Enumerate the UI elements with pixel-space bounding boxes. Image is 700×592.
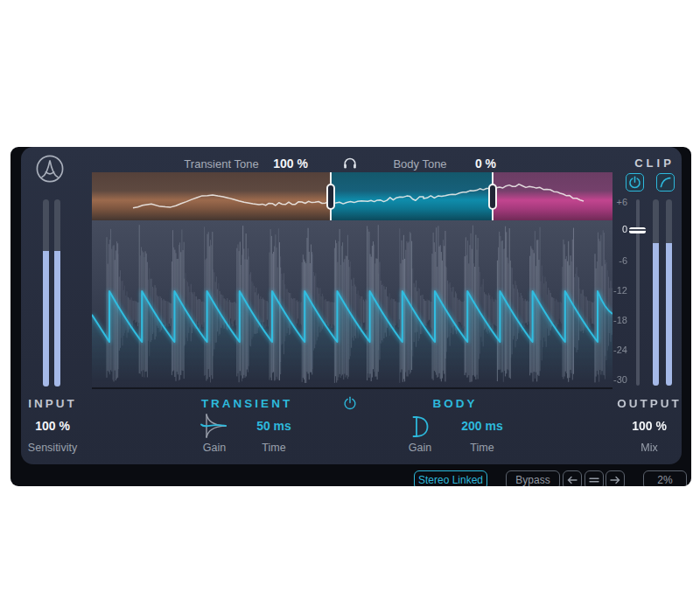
waveform-baseline [92, 387, 612, 389]
page: Transient Tone 100 % Body Tone 0 % CLIP [0, 0, 700, 592]
scale-tick: -18 [582, 315, 627, 325]
transient-tone-zone[interactable] [92, 172, 331, 220]
zoom-level-button[interactable]: 2% [643, 470, 687, 486]
input-meter-right [54, 199, 60, 387]
transient-time-value[interactable]: 50 ms [230, 419, 318, 433]
body-tail-split-handle[interactable] [488, 184, 497, 210]
transient-tone-value[interactable]: 100 % [247, 157, 334, 171]
scale-tick: 0 [582, 224, 627, 234]
output-gain-fader-handle[interactable] [629, 227, 646, 233]
tone-strip [92, 172, 612, 220]
transient-gain-knob-icon[interactable] [200, 413, 228, 439]
output-meter-right [666, 199, 672, 386]
clip-curve-button[interactable] [656, 173, 675, 192]
input-section-title: INPUT [21, 397, 84, 410]
scale-tick: -12 [582, 285, 627, 296]
output-section-title: OUTPUT [597, 397, 691, 410]
transient-power-button[interactable] [343, 396, 357, 410]
mix-label: Mix [597, 442, 691, 454]
body-time-value[interactable]: 200 ms [438, 419, 526, 433]
clip-section-label: CLIP [602, 157, 691, 170]
input-meter-left [43, 199, 49, 387]
body-tone-value[interactable]: 0 % [442, 157, 529, 171]
scale-tick: -30 [582, 374, 627, 385]
transient-section-title: TRANSIENT [159, 397, 334, 410]
redo-button[interactable] [606, 470, 625, 486]
arturia-logo-icon[interactable] [35, 154, 65, 184]
transient-time-label: Time [230, 442, 318, 454]
body-section-title: BODY [368, 397, 542, 410]
scale-tick: -6 [582, 255, 627, 266]
stereo-linked-button[interactable]: Stereo Linked [414, 470, 487, 486]
plugin-panel: Transient Tone 100 % Body Tone 0 % CLIP [21, 147, 682, 464]
bypass-button[interactable]: Bypass [506, 470, 560, 486]
output-meter-left [653, 199, 659, 386]
waveform-display [92, 220, 612, 387]
scale-tick: -24 [582, 345, 627, 355]
transient-body-split-handle[interactable] [326, 184, 335, 210]
body-tone-zone[interactable] [331, 172, 493, 220]
scale-tick: +6 [582, 197, 627, 207]
undo-button[interactable] [563, 470, 582, 486]
clip-power-button[interactable] [626, 173, 644, 192]
body-gain-knob-icon[interactable] [410, 414, 430, 439]
mix-value[interactable]: 100 % [597, 419, 691, 433]
plugin-window: Transient Tone 100 % Body Tone 0 % CLIP [10, 147, 691, 486]
history-menu-button[interactable] [584, 470, 604, 486]
sensitivity-value[interactable]: 100 % [21, 419, 84, 433]
sensitivity-label: Sensitivity [21, 442, 84, 454]
body-time-label: Time [438, 442, 526, 454]
